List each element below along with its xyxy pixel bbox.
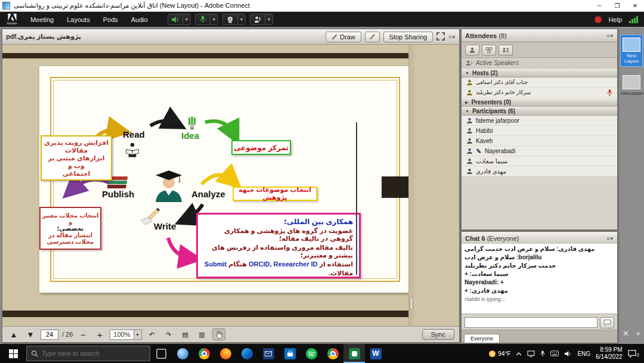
annotate-button[interactable] [365, 32, 380, 42]
touch-keyboard-button[interactable] [550, 350, 559, 356]
microphone-button[interactable]: ▼ [195, 14, 218, 25]
tab-everyone[interactable]: Everyone [464, 334, 500, 343]
attendee-row-host-1[interactable]: جناب آقای دکتر اصنافی [462, 77, 617, 88]
attendee-row[interactable]: مهدی قادری [462, 166, 617, 176]
fit-page-button[interactable]: ▥ [196, 328, 209, 340]
recording-indicator-icon[interactable] [595, 17, 601, 23]
attendee-row[interactable]: fateme jafarpoor [462, 116, 617, 126]
shared-document-title: پژوهش یستاز یمری.pdf [6, 33, 81, 41]
stop-sharing-button[interactable]: Stop Sharing [383, 32, 434, 42]
share-pod: پژوهش یستاز یمری.pdf Draw Stop Sharing ≡… [2, 29, 460, 343]
microphone-caret-icon[interactable]: ▼ [210, 14, 218, 24]
tray-expand-button[interactable] [516, 352, 522, 356]
display-tray-button[interactable] [527, 350, 535, 357]
sync-button[interactable]: Sync [422, 329, 454, 340]
status-button[interactable]: ▼ [250, 14, 273, 25]
page-number-input[interactable] [41, 330, 58, 340]
zoom-level-select[interactable]: 100% ▼ [110, 330, 141, 340]
chat-pod-menu-icon[interactable]: ≡▾ [606, 235, 614, 241]
fullscreen-button[interactable] [436, 32, 445, 42]
attendee-row[interactable]: Nayerabadi [462, 146, 617, 156]
menu-meeting[interactable]: Meeting [24, 12, 60, 27]
minimize-button[interactable]: ─ [590, 0, 608, 11]
notification-count: 2 [637, 352, 639, 358]
menu-layouts[interactable]: Layouts [60, 12, 97, 27]
participants-group-header[interactable]: ▼ Participants (6) [462, 107, 617, 116]
breakout-view-button[interactable] [482, 45, 496, 55]
maximize-button[interactable]: ❐ [608, 0, 626, 11]
spotify-app-button[interactable] [301, 344, 322, 363]
redo-button[interactable]: ↷ [162, 328, 175, 340]
host-icon [466, 79, 473, 86]
draw-button[interactable]: Draw [326, 32, 361, 42]
volume-tray-button[interactable] [564, 350, 572, 357]
send-message-button[interactable] [600, 317, 614, 328]
microphone-tray-button[interactable] [540, 350, 545, 357]
attendee-row[interactable]: Kaveh [462, 136, 617, 146]
layout-thumbnail [623, 38, 640, 52]
taskbar-search[interactable] [26, 346, 150, 361]
attendee-row[interactable]: سیما سعادت [462, 156, 617, 166]
adobe-connect-app-button[interactable] [343, 344, 365, 363]
pan-tool-button[interactable] [212, 328, 225, 340]
close-layout-bar-icon[interactable]: ✕ [623, 329, 629, 338]
webcam-button[interactable]: ▼ [222, 14, 246, 25]
search-input[interactable] [42, 350, 145, 357]
task-view-button[interactable] [150, 344, 172, 363]
chat-input-row [462, 315, 617, 330]
layout-discussion[interactable]: Discussion [620, 73, 643, 98]
presenters-group-header[interactable]: ▶ Presenters (0) [462, 98, 617, 107]
close-button[interactable]: ✕ [626, 0, 644, 11]
speaker-caret-icon[interactable]: ▼ [182, 14, 190, 24]
status-caret-icon[interactable]: ▼ [265, 14, 273, 24]
focus-topic-box: تمرکز موضوعی [231, 140, 291, 155]
share-pod-menu-icon[interactable]: ≡▾ [448, 34, 456, 40]
mail-app-button[interactable] [258, 344, 279, 363]
help-menu[interactable]: Help [608, 16, 622, 23]
attendee-name: fateme jafarpoor [476, 117, 519, 124]
menu-audio[interactable]: Audio [125, 12, 154, 27]
mic-icon [540, 350, 545, 357]
word-app-button[interactable]: W [365, 344, 386, 363]
hand-icon [215, 330, 222, 339]
chrome-profile-app-button[interactable] [322, 344, 343, 363]
layout-new-layout[interactable]: New Layout [620, 35, 643, 67]
chat-message-list[interactable]: مهدی قادری: سلام و عرض ادب خدمت گرامی bo… [462, 244, 617, 314]
store-app-button[interactable] [279, 344, 301, 363]
hosts-group-header[interactable]: ▼ Hosts (2) [462, 69, 617, 77]
connection-signal-icon[interactable] [629, 16, 638, 23]
attendee-view-button[interactable] [465, 45, 479, 55]
document-scrollbar[interactable] [408, 45, 414, 326]
speaker-button[interactable]: ▼ [168, 14, 191, 25]
clock[interactable]: 8:59 PM 6/14/2022 [596, 346, 623, 361]
firefox-icon [220, 348, 231, 359]
task-view-icon [156, 349, 166, 359]
zoom-out-button[interactable]: − [76, 328, 89, 340]
webcam-caret-icon[interactable]: ▼ [237, 14, 245, 24]
weather-widget[interactable]: 94°F [489, 350, 510, 357]
cortana-app-button[interactable] [172, 344, 193, 363]
scrollbar-thumb[interactable] [410, 297, 413, 310]
zoom-caret-icon[interactable]: ▼ [134, 330, 141, 339]
menu-pods[interactable]: Pods [97, 12, 125, 27]
next-page-button[interactable]: ▼ [24, 328, 37, 340]
start-button[interactable] [0, 344, 26, 363]
edge-icon [242, 348, 253, 359]
undo-button[interactable]: ↶ [145, 328, 159, 340]
chat-message-input[interactable] [465, 317, 597, 328]
zoom-in-button[interactable]: + [93, 328, 106, 340]
language-indicator[interactable]: ENG [577, 350, 590, 357]
dark-marker-block [382, 176, 408, 198]
edge-app-button[interactable] [236, 344, 258, 363]
chat-message: borjalilu: سلام و عرض ادب [465, 254, 614, 260]
previous-page-button[interactable]: ▲ [7, 328, 20, 340]
attendees-pod-menu-icon[interactable]: ≡▾ [606, 33, 614, 39]
attendee-row[interactable]: Habibi [462, 126, 617, 136]
action-center-button[interactable]: 2 [628, 350, 639, 358]
status-view-button[interactable] [499, 45, 513, 55]
firefox-app-button[interactable] [215, 344, 236, 363]
add-layout-icon[interactable]: + [636, 329, 641, 338]
fit-width-button[interactable]: ▤ [179, 328, 192, 340]
attendee-row-host-2[interactable]: سرکار خانم دکتر نظربلند [462, 88, 617, 98]
chrome-app-button[interactable] [193, 344, 215, 363]
